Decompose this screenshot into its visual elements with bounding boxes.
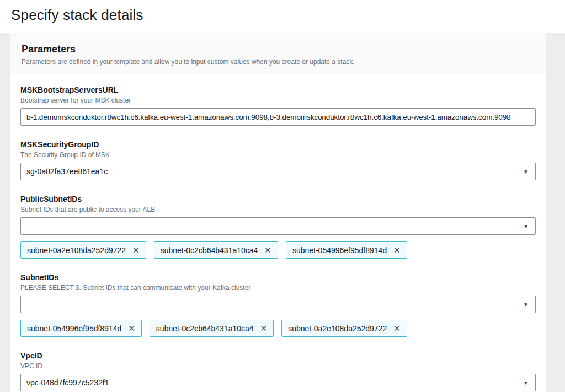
title-bar: Specify stack details [0, 0, 565, 33]
mskbootstrapserversurl-hint: Bootstrap server for your MSK cluster [20, 96, 536, 105]
subnetids-hint: PLEASE SELECT 3. Subnet IDs that can com… [20, 284, 536, 292]
subnet-token-label: subnet-0a2e108da252d9722 [27, 246, 126, 255]
chevron-down-icon: ▼ [523, 169, 529, 175]
vpcid-hint: VPC ID [20, 362, 536, 370]
msksecuritygroupid-label: MSKSecurityGroupID [20, 140, 536, 149]
chevron-down-icon: ▼ [523, 302, 529, 308]
vpcid-value: vpc-048d7fc997c5232f1 [26, 378, 109, 387]
chevron-down-icon: ▼ [523, 380, 529, 386]
msksecuritygroupid-hint: The Security Group ID of MSK [20, 151, 536, 159]
publicsubnetids-hint: Subnet IDs that are public to access you… [20, 206, 536, 214]
field-mskbootstrapserversurl: MSKBootstrapServersURL Bootstrap server … [20, 85, 536, 126]
subnet-token-label: subnet-054996ef95df8914d [292, 246, 387, 255]
remove-token-icon[interactable]: ✕ [393, 246, 401, 254]
remove-token-icon[interactable]: ✕ [132, 246, 140, 254]
subnet-token: subnet-054996ef95df8914d ✕ [20, 320, 142, 337]
field-msksecuritygroupid: MSKSecurityGroupID The Security Group ID… [20, 140, 536, 180]
subnet-token-label: subnet-054996ef95df8914d [27, 324, 121, 333]
subnet-token: subnet-0a2e108da252d9722 ✕ [281, 320, 407, 337]
publicsubnetids-tokens: subnet-0a2e108da252d9722 ✕ subnet-0c2cb6… [20, 241, 536, 259]
subnet-token: subnet-0c2cb64b431a10ca4 ✕ [154, 241, 278, 259]
mskbootstrapserversurl-label: MSKBootstrapServersURL [20, 85, 536, 95]
subnet-token: subnet-054996ef95df8914d ✕ [286, 241, 407, 259]
subnet-token: subnet-0a2e108da252d9722 ✕ [20, 241, 146, 259]
publicsubnetids-label: PublicSubnetIDs [20, 195, 536, 204]
msksecuritygroupid-value: sg-0a02fa37ee861ea1c [26, 167, 108, 176]
field-publicsubnetids: PublicSubnetIDs Subnet IDs that are publ… [20, 195, 536, 259]
parameters-description: Parameters are defined in your template … [22, 58, 535, 66]
content-area: Parameters Parameters are defined in you… [0, 33, 565, 392]
remove-token-icon[interactable]: ✕ [260, 324, 268, 332]
parameters-panel: Parameters Parameters are defined in you… [10, 33, 546, 392]
parameters-form: MSKBootstrapServersURL Bootstrap server … [10, 74, 546, 392]
remove-token-icon[interactable]: ✕ [264, 246, 271, 254]
vpcid-select[interactable]: vpc-048d7fc997c5232f1 ▼ [20, 374, 536, 391]
subnetids-label: SubnetIDs [20, 273, 536, 282]
field-subnetids: SubnetIDs PLEASE SELECT 3. Subnet IDs th… [20, 273, 536, 337]
subnet-token-label: subnet-0a2e108da252d9722 [288, 324, 387, 333]
specify-stack-details-page: Specify stack details Parameters Paramet… [0, 0, 565, 392]
chevron-down-icon: ▼ [523, 223, 529, 229]
subnet-token-label: subnet-0c2cb64b431a10ca4 [161, 246, 258, 255]
page-title: Specify stack details [11, 7, 554, 24]
subnet-token-label: subnet-0c2cb64b431a10ca4 [156, 324, 254, 333]
subnetids-select[interactable]: ▼ [20, 296, 536, 313]
vpcid-label: VpcID [20, 351, 536, 361]
msksecuritygroupid-select[interactable]: sg-0a02fa37ee861ea1c ▼ [20, 163, 536, 180]
remove-token-icon[interactable]: ✕ [393, 324, 401, 332]
mskbootstrapserversurl-input[interactable] [20, 108, 536, 126]
subnet-token: subnet-0c2cb64b431a10ca4 ✕ [150, 320, 274, 337]
field-vpcid: VpcID VPC ID vpc-048d7fc997c5232f1 ▼ [20, 351, 536, 391]
parameters-heading: Parameters [22, 44, 535, 55]
remove-token-icon[interactable]: ✕ [128, 324, 135, 332]
publicsubnetids-select[interactable]: ▼ [20, 217, 536, 235]
subnetids-tokens: subnet-054996ef95df8914d ✕ subnet-0c2cb6… [20, 320, 536, 337]
parameters-panel-header: Parameters Parameters are defined in you… [10, 33, 546, 74]
